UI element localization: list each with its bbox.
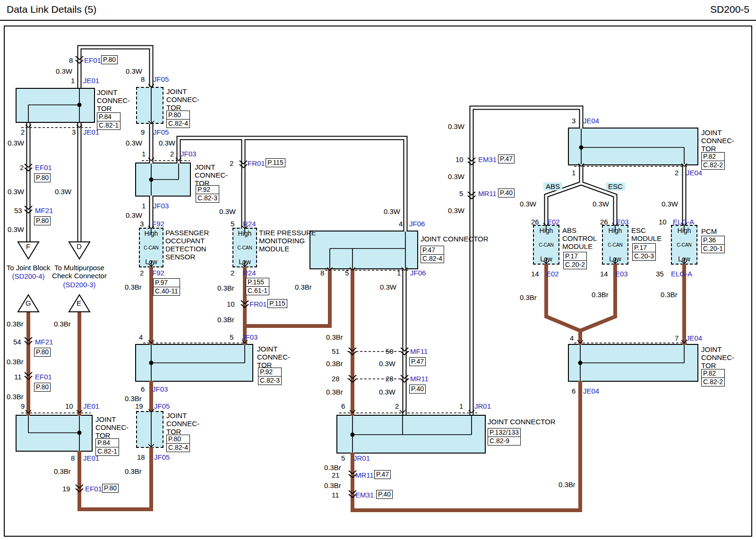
page-ref: P.97C.40-11 <box>153 278 180 296</box>
joint-connector-box-jf03-low <box>135 344 253 382</box>
pin-number: 6 <box>341 402 345 410</box>
component-name: JOINT CONNEC-TOR <box>701 129 737 153</box>
wire-gauge: 0.3W <box>448 122 464 130</box>
connector-id: JF05 <box>153 75 169 83</box>
page-ref: P.80C.82-4 <box>166 111 190 128</box>
pin-number: 50 <box>386 347 394 355</box>
page-ref-line: P.97 <box>154 279 180 287</box>
page-ref-line: P.92 <box>196 186 219 194</box>
pin-number: 28 <box>332 375 340 383</box>
pin-number: 9 <box>141 128 145 136</box>
pin-number: 11 <box>14 373 22 381</box>
wire-gauge: 0.3Br <box>324 463 341 471</box>
connector-id: JE01 <box>83 454 99 462</box>
page-ref-line: C.20-3 <box>633 252 655 260</box>
page-ref-line: P.82 <box>702 153 724 161</box>
page-ref: P.115 <box>266 158 285 167</box>
page-ref-line: C.82-2 <box>702 161 724 169</box>
pin-number: 2 <box>675 169 679 177</box>
wire-gauge: 0.3Br <box>592 291 609 299</box>
page-ref: P.84C.82-1 <box>97 112 120 130</box>
connector-id: ELG-A <box>671 270 692 278</box>
connector-id: R24 <box>243 269 256 277</box>
page-ref: P.82C.82-2 <box>701 369 725 386</box>
page-ref: P.80 <box>34 348 51 357</box>
triangle-letter: G <box>26 299 31 307</box>
page-ref-line: C.82-1 <box>97 121 120 129</box>
splice-id: FR01 <box>249 300 267 308</box>
component-name: TIRE PRESSURE MONITORING MODULE <box>259 229 318 253</box>
page-ref-line: P.84 <box>97 113 120 121</box>
pin-number: 1 <box>142 202 146 210</box>
pin-number: 2 <box>20 163 24 171</box>
wire-gauge: 0.3W <box>448 172 464 180</box>
page-ref-line: C.20-2 <box>564 260 586 269</box>
splice-id: EM31 <box>478 155 497 163</box>
pin-number: 2 <box>21 128 25 136</box>
page-ref-line: P.36 <box>702 236 724 244</box>
wire-gauge: 0.3W <box>55 188 71 196</box>
wire-gauge: 0.3Br <box>7 320 24 328</box>
can-pin-labels: High C-CAN Low <box>232 229 257 266</box>
page-ref-line: P.80 <box>167 435 189 443</box>
component-name: PCM <box>701 227 717 235</box>
pin-number: 5 <box>341 454 345 462</box>
page-title: Data Link Details (5) <box>7 4 96 15</box>
splice-id: EF01 <box>84 56 101 64</box>
component-name: JOINT CONNECTOR <box>488 418 558 426</box>
pin-number: 35 <box>656 270 664 278</box>
can-high-label: High <box>678 227 691 234</box>
page-ref: P.47C.82-4 <box>421 246 444 263</box>
splice-id: MR11 <box>478 189 497 197</box>
pin-number: 19 <box>135 402 143 410</box>
page-ref: P.47 <box>374 470 391 479</box>
splice-id: MR11 <box>410 375 429 383</box>
wire-gauge: 0.3Br <box>217 316 234 324</box>
page-code: SD200-5 <box>710 4 749 15</box>
wire-gauge: 0.3W <box>520 200 536 208</box>
triangle-letter: F <box>26 242 30 250</box>
wire-gauge: 0.3Br <box>324 481 341 489</box>
page-ref-line: P.92 <box>258 368 281 376</box>
joint-connector-box-jf05-top <box>136 87 163 124</box>
pin-number: 3 <box>572 117 576 125</box>
page-ref-line: P.132/133 <box>488 429 520 437</box>
page-ref: P.92C.82-3 <box>258 368 282 385</box>
pin-number: 2 <box>140 269 144 277</box>
page-ref: P.155C.61-1 <box>246 278 269 295</box>
connector-id: JE01 <box>83 77 99 85</box>
pin-number: 54 <box>13 338 21 346</box>
page-ref-line: C.20-1 <box>702 244 724 253</box>
connector-id: JF05 <box>154 402 170 410</box>
wire-gauge: 0.3W <box>448 206 464 214</box>
pin-number: 1 <box>397 269 401 277</box>
page-ref-line: C.82-3 <box>258 376 281 385</box>
pin-number: 8 <box>320 269 324 277</box>
pin-number: 10 <box>455 155 464 163</box>
can-bus-label: C-CAN <box>144 245 159 250</box>
pin-number: 8 <box>71 454 75 462</box>
can-high-label: High <box>145 230 158 237</box>
component-name: JOINT CONNEC-TOR <box>97 88 133 112</box>
can-bus-label: C-CAN <box>608 242 623 248</box>
pin-number: 9 <box>21 402 25 410</box>
connector-id: E02 <box>546 270 559 278</box>
connector-id: JE01 <box>83 128 99 136</box>
connector-id: JF03 <box>180 150 196 158</box>
wire-gauge: 0.3Br <box>295 283 312 291</box>
splice-id: MF21 <box>35 338 53 346</box>
splice-id: EF01 <box>35 373 52 381</box>
wire-gauge: 0.3W <box>379 360 395 368</box>
wire-gauge: 0.3Br <box>7 393 24 401</box>
page-ref: P.40 <box>409 385 426 394</box>
page-ref: P.84C.82-1 <box>95 438 119 456</box>
wire-gauge: 0.3Br <box>520 293 537 301</box>
pin-number: 10 <box>65 402 73 410</box>
header-bar: Data Link Details (5) SD200-5 <box>0 0 756 21</box>
wire-gauge: 0.3W <box>8 225 24 233</box>
can-low-label: Low <box>678 255 690 263</box>
component-name: JOINT CONNEC-TOR <box>95 415 131 439</box>
pin-number: 14 <box>531 270 539 278</box>
component-name: JOINT CONNEC-TOR <box>257 345 293 369</box>
page-ref-line: C.61-1 <box>246 286 269 295</box>
